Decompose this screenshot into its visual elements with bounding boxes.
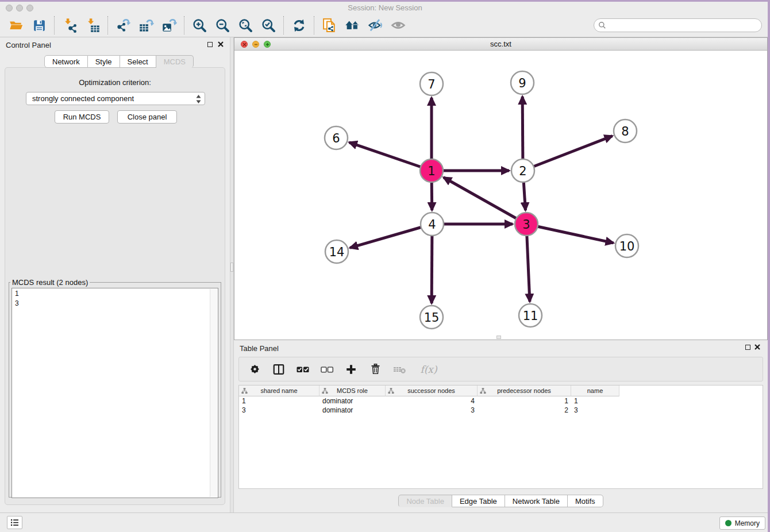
mcds-tab-content: Optimization criterion: strongly connect…	[5, 67, 225, 505]
graph-edge-3-1[interactable]	[444, 178, 526, 224]
attribute-icon	[388, 388, 394, 394]
tab-edge-table[interactable]: Edge Table	[452, 495, 505, 507]
export-network-button[interactable]	[111, 15, 134, 36]
tab-network[interactable]: Network	[44, 55, 88, 68]
close-panel-icon[interactable]	[217, 41, 224, 48]
split-view-icon	[272, 363, 285, 376]
tab-network-table[interactable]: Network Table	[505, 495, 568, 507]
stepper-icon	[196, 94, 201, 104]
control-panel-tabs: Network Style Select MCDS	[44, 55, 194, 68]
copy-style-button[interactable]	[318, 15, 341, 36]
mcds-result-textarea[interactable]: 1 3	[11, 288, 218, 498]
column-header-successor-nodes[interactable]: successor nodes	[386, 385, 478, 396]
tab-mcds[interactable]: MCDS	[156, 55, 194, 68]
refresh-button[interactable]	[287, 15, 310, 36]
graph-node-label: 14	[329, 245, 345, 259]
network-window-titlebar[interactable]: scc.txt	[234, 38, 767, 51]
zoom-fit-icon	[238, 18, 253, 33]
graph-edge-4-14[interactable]	[350, 224, 432, 248]
optimization-criterion-select[interactable]: strongly connected component	[26, 92, 205, 105]
node-table-header: shared name MCDS role successor nodes pr…	[239, 385, 763, 396]
hide-selected-button[interactable]	[364, 15, 387, 36]
delete-table-button[interactable]	[392, 362, 407, 377]
table-settings-button[interactable]	[247, 362, 262, 377]
select-all-button[interactable]	[295, 362, 310, 377]
toolbar-separator	[283, 16, 284, 34]
attribute-icon	[322, 388, 328, 394]
column-header-predecessor-nodes[interactable]: predecessor nodes	[478, 385, 571, 396]
search-input[interactable]	[594, 18, 762, 32]
refresh-icon	[291, 18, 307, 33]
import-table-icon	[85, 18, 101, 33]
open-session-button[interactable]	[5, 15, 28, 36]
import-table-button[interactable]	[81, 15, 104, 36]
zoom-in-button[interactable]	[188, 15, 211, 36]
checked-boxes-icon	[296, 363, 310, 376]
save-session-button[interactable]	[28, 15, 51, 36]
tab-select[interactable]: Select	[120, 55, 156, 68]
graph-edge-3-10[interactable]	[526, 224, 614, 243]
export-image-button[interactable]	[157, 15, 180, 36]
float-panel-icon[interactable]	[745, 345, 750, 350]
network-graph[interactable]: 1234678910111415	[234, 51, 767, 340]
zoom-fit-button[interactable]	[234, 15, 257, 36]
column-header-shared-name[interactable]: shared name	[239, 385, 319, 396]
table-toolbar: f(x)	[238, 357, 763, 381]
split-view-button[interactable]	[271, 362, 286, 377]
result-scrollbar[interactable]	[210, 289, 217, 497]
export-network-icon	[116, 18, 131, 33]
memory-label: Memory	[735, 519, 760, 527]
graph-node-label: 7	[428, 78, 435, 91]
attribute-icon	[480, 388, 486, 394]
zoom-selected-icon	[261, 18, 276, 33]
splitter-grip[interactable]	[230, 263, 233, 272]
function-builder-icon: f(x)	[420, 364, 437, 375]
node-table: shared name MCDS role successor nodes pr…	[238, 385, 763, 489]
tab-node-table[interactable]: Node Table	[398, 495, 452, 507]
table-row[interactable]: 1dominator411	[239, 396, 619, 406]
graph-node-label: 9	[518, 76, 526, 90]
export-image-icon	[161, 18, 177, 33]
control-panel: Control Panel Network Style Select MCDS …	[0, 37, 230, 512]
status-bar: Memory	[0, 512, 770, 532]
delete-table-icon	[392, 363, 406, 376]
graph-node-label: 8	[621, 125, 629, 138]
graph-node-label: 4	[428, 218, 436, 232]
table-row[interactable]: 3dominator323	[239, 406, 619, 415]
show-all-button[interactable]	[387, 15, 410, 36]
graph-edge-2-8[interactable]	[523, 136, 613, 171]
tab-motifs[interactable]: Motifs	[568, 495, 603, 507]
table-panel: Table Panel f(x) shared name MC	[234, 340, 768, 512]
main-toolbar	[0, 14, 770, 37]
panel-splitter[interactable]	[230, 37, 234, 512]
zoom-selected-button[interactable]	[257, 15, 280, 36]
delete-row-button[interactable]	[368, 362, 383, 377]
close-panel-button[interactable]: Close panel	[117, 110, 177, 124]
zoom-out-button[interactable]	[211, 15, 234, 36]
tab-style[interactable]: Style	[88, 55, 120, 68]
zoom-out-icon	[215, 18, 230, 33]
task-history-button[interactable]	[7, 516, 22, 529]
toolbar-separator	[107, 16, 108, 34]
deselect-all-button[interactable]	[319, 362, 334, 377]
float-panel-icon[interactable]	[207, 42, 213, 47]
close-panel-icon[interactable]	[754, 344, 761, 350]
column-header-mcds-role[interactable]: MCDS role	[319, 385, 386, 396]
function-builder-button[interactable]: f(x)	[416, 362, 441, 377]
node-table-rows: 1dominator4113dominator323	[239, 396, 619, 415]
save-icon	[32, 18, 47, 33]
export-table-icon	[138, 18, 154, 33]
graph-node-label: 1	[428, 164, 435, 178]
first-neighbors-button[interactable]	[341, 15, 364, 36]
column-header-name[interactable]: name	[571, 385, 619, 396]
splitter-grip[interactable]	[496, 336, 501, 339]
add-row-button[interactable]	[344, 362, 359, 377]
run-mcds-button[interactable]: Run MCDS	[55, 110, 109, 124]
memory-button[interactable]: Memory	[719, 516, 765, 530]
node-table-body: 1dominator4113dominator323	[239, 396, 619, 415]
import-network-button[interactable]	[58, 15, 81, 36]
zoom-in-icon	[192, 18, 207, 33]
graph-edge-1-6[interactable]	[349, 142, 432, 171]
export-table-button[interactable]	[134, 15, 157, 36]
graph-node-label: 2	[519, 164, 526, 178]
